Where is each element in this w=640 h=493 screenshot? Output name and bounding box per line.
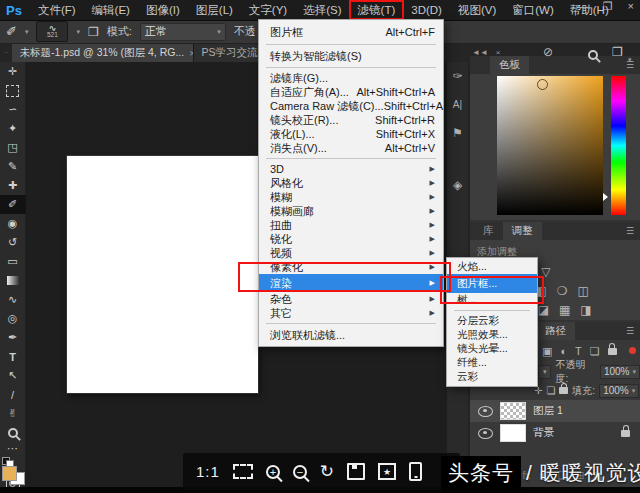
layer-name[interactable]: 图层 1	[533, 404, 563, 418]
filter-shape-layers-icon[interactable]: ❏	[590, 345, 600, 358]
menu-window[interactable]: 窗口(W)	[504, 1, 562, 19]
panel-menu-icon[interactable]: ☰	[626, 326, 634, 336]
maximize-button[interactable]: ❐	[603, 0, 613, 13]
brush-tool-icon[interactable]: ✐	[6, 24, 17, 39]
marquee-tool[interactable]	[0, 81, 26, 100]
submenu-item-fibers[interactable]: 纤维...	[447, 356, 537, 370]
menu-item-distort[interactable]: 扭曲▶	[259, 218, 443, 232]
submenu-item-lens-flare[interactable]: 镜头光晕...	[447, 342, 537, 356]
menu-type[interactable]: 文字(Y)	[241, 1, 295, 19]
menu-item-sharpen[interactable]: 锐化▶	[259, 232, 443, 246]
adjustment-icon[interactable]: ◫	[578, 285, 589, 297]
zoom-tool[interactable]	[0, 423, 26, 442]
menu-item-adaptive-wide-angle[interactable]: 自适应广角(A)...Alt+Shift+Ctrl+A	[259, 85, 443, 99]
menu-edit[interactable]: 编辑(E)	[84, 1, 138, 19]
rotate-icon[interactable]: ↻	[320, 463, 334, 480]
filter-smart-objects-icon[interactable]	[608, 348, 617, 355]
line-tool[interactable]: /	[0, 385, 26, 404]
menu-item-noise[interactable]: 杂色▶	[259, 292, 443, 306]
smudge-tool[interactable]: ∿	[0, 290, 26, 309]
layer-row-background[interactable]: 背景	[470, 422, 640, 444]
menu-select[interactable]: 选择(S)	[295, 1, 349, 19]
menu-item-blur-gallery[interactable]: 模糊画廊▶	[259, 204, 443, 218]
crop-tool[interactable]: ◳	[0, 138, 26, 157]
no-symbol-icon[interactable]: ⊘	[543, 45, 553, 59]
search-icon[interactable]	[588, 46, 598, 64]
filter-pixel-layers-icon[interactable]: ▣	[542, 345, 552, 358]
paragraph-panel-icon[interactable]: ⚑	[452, 126, 463, 140]
filter-adjustment-layers-icon[interactable]: ◐	[560, 345, 567, 357]
hand-tool[interactable]: ✌	[0, 404, 26, 423]
menu-filter[interactable]: 滤镜(T)	[350, 1, 404, 19]
foreground-color-swatch[interactable]	[2, 466, 17, 481]
chevron-down-icon[interactable]: ▾	[76, 28, 80, 36]
menu-item-last-filter[interactable]: 图片框Alt+Ctrl+F	[259, 23, 443, 41]
tab-paths[interactable]: 路径	[536, 322, 575, 340]
menu-item-other[interactable]: 其它▶	[259, 306, 443, 320]
3d-panel-icon[interactable]: ◈	[453, 178, 462, 192]
tab-libraries[interactable]: 库	[474, 222, 503, 240]
character-panel-icon[interactable]: A|	[453, 99, 462, 110]
minimize-button[interactable]: —	[577, 0, 588, 13]
quick-selection-tool[interactable]: ✦	[0, 119, 26, 138]
menu-item-camera-raw[interactable]: Camera Raw 滤镜(C)...Shift+Ctrl+A	[259, 99, 443, 113]
chevron-down-icon[interactable]: ▾	[628, 48, 632, 66]
menu-file[interactable]: 文件(F)	[30, 1, 84, 19]
blend-mode-caret-icon[interactable]: ▾	[538, 365, 551, 379]
healing-brush-tool[interactable]: ✚	[0, 176, 26, 195]
panel-menu-icon[interactable]: ☰	[626, 226, 634, 236]
hue-slider-arrow-icon[interactable]	[603, 193, 608, 201]
blend-mode-select[interactable]: 正常 ▾	[140, 23, 226, 41]
brush-preset-picker[interactable]: ∿ 521	[36, 21, 68, 42]
close-button[interactable]: ×	[628, 0, 634, 13]
layer-thumbnail[interactable]	[500, 402, 526, 420]
layer-filter-toggle[interactable]	[629, 347, 636, 354]
layer-thumbnail[interactable]	[500, 424, 526, 442]
submenu-item-clouds-layered[interactable]: 分层云彩	[447, 314, 537, 328]
brush-presets-panel-icon[interactable]: ✑	[452, 69, 462, 83]
menu-item-convert-smart-filter[interactable]: 转换为智能滤镜(S)	[259, 48, 443, 64]
dodge-tool[interactable]: ◎	[0, 309, 26, 328]
layer-name[interactable]: 背景	[533, 426, 554, 440]
layer-row-layer1[interactable]: 图层 1	[470, 400, 640, 422]
submenu-item-clouds[interactable]: 云彩	[447, 370, 537, 384]
menu-3d[interactable]: 3D(D)	[403, 1, 450, 19]
menu-item-filter-gallery[interactable]: 滤镜库(G)...	[259, 71, 443, 85]
menu-item-lens-correction[interactable]: 镜头校正(R)...Shift+Ctrl+R	[259, 113, 443, 127]
submenu-item-lighting-effects[interactable]: 光照效果...	[447, 328, 537, 342]
type-tool[interactable]: T	[0, 347, 26, 366]
menu-layer[interactable]: 图层(L)	[188, 1, 241, 19]
adjustment-icon[interactable]: ❍	[557, 285, 568, 297]
edit-toolbar-button[interactable]: ⋯	[0, 442, 26, 455]
fit-screen-icon[interactable]	[233, 464, 253, 479]
eraser-tool[interactable]: ▭	[0, 252, 26, 271]
fill-input[interactable]: 100% ▾	[599, 384, 639, 398]
menu-item-vanishing-point[interactable]: 消失点(V)...Alt+Ctrl+V	[259, 141, 443, 155]
zoom-in-icon[interactable]: +	[266, 465, 280, 479]
visibility-eye-icon[interactable]	[478, 406, 493, 417]
adjustment-icon[interactable]: ▦	[559, 304, 570, 316]
document-tab-active[interactable]: 未标题-1.psd @ 31% (图层 4, RG... ×	[12, 44, 194, 62]
menu-item-3d[interactable]: 3D▶	[259, 162, 443, 176]
menu-item-blur[interactable]: 模糊▶	[259, 190, 443, 204]
zoom-out-icon[interactable]: −	[293, 465, 307, 479]
menu-item-liquify[interactable]: 液化(L)...Shift+Ctrl+X	[259, 127, 443, 141]
color-field[interactable]	[497, 76, 603, 215]
path-selection-tool[interactable]: ↖	[0, 366, 26, 385]
tab-adjustments[interactable]: 调整	[503, 222, 542, 240]
zoom-ratio-button[interactable]: 1:1	[196, 463, 220, 480]
menu-image[interactable]: 图像(I)	[138, 1, 188, 19]
menu-view[interactable]: 视图(V)	[450, 1, 504, 19]
pen-tool[interactable]: ✒	[0, 328, 26, 347]
hue-slider[interactable]	[611, 76, 626, 215]
opacity-input[interactable]: 100% ▾	[600, 365, 640, 379]
clone-stamp-tool[interactable]: ◉	[0, 214, 26, 233]
chevron-down-icon[interactable]: ▾	[25, 28, 29, 36]
workspace-switcher-icon[interactable]: ❐	[612, 45, 623, 59]
document-canvas[interactable]	[67, 156, 258, 393]
filter-type-layers-icon[interactable]: T	[575, 345, 582, 357]
brush-tool-selected[interactable]: ✐	[0, 195, 26, 214]
adjustment-icon[interactable]: ◨	[580, 304, 591, 316]
submenu-item-flame[interactable]: 火焰...	[447, 260, 537, 274]
lock-image-icon[interactable]: ❏	[546, 385, 555, 396]
